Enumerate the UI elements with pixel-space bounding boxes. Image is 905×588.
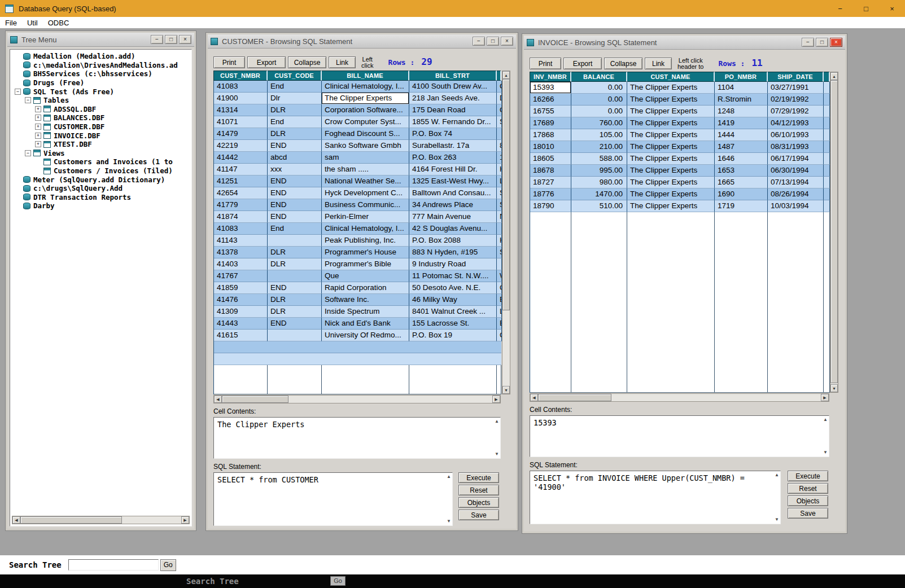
grid-cell[interactable]: C — [497, 81, 502, 93]
vertical-scrollbar[interactable]: ▲ ▼ — [830, 72, 838, 393]
tree-item[interactable]: Meter (SqlQuery.add Dictionary) — [11, 175, 191, 184]
collapse-icon[interactable]: − — [15, 89, 21, 95]
close-button[interactable]: × — [179, 35, 191, 44]
grid-cell[interactable]: 07/29/1992 — [768, 106, 824, 117]
grid-cell[interactable] — [824, 188, 830, 200]
grid-cell[interactable]: 1487 — [715, 141, 768, 153]
scroll-down-icon[interactable]: ▼ — [823, 450, 828, 455]
grid-cell[interactable]: abcd — [268, 152, 322, 164]
grid-cell[interactable]: 08/31/1993 — [768, 141, 824, 153]
vertical-scrollbar[interactable]: ▲ ▼ — [502, 71, 510, 394]
grid-cell[interactable]: 06/30/1994 — [768, 165, 824, 177]
menu-odbc[interactable]: ODBC — [43, 17, 75, 28]
grid-row[interactable]: 41147xxxthe sham .....4164 Forest Hill D… — [214, 164, 502, 175]
grid-row[interactable]: 41443ENDNick and Ed's Bank155 Lacrosse S… — [214, 318, 502, 330]
scroll-track[interactable] — [611, 394, 821, 401]
grid-cell[interactable]: E — [497, 294, 502, 306]
maximize-button[interactable]: □ — [816, 38, 828, 47]
grid-cell[interactable]: 50 Desoto Ave. N.E. — [409, 282, 497, 294]
grid-cell[interactable]: E — [497, 318, 502, 330]
expand-icon[interactable]: + — [35, 106, 41, 112]
grid-cell[interactable]: End — [268, 116, 322, 128]
grid-row[interactable]: 42654ENDHyck Development C...Balltown An… — [214, 187, 502, 199]
grid-cell[interactable]: Programmer's House — [322, 247, 409, 258]
sql-statement-box[interactable]: SELECT * from INVOICE WHERE Upper(CUST_N… — [530, 471, 781, 524]
grid-row[interactable]: 42219ENDSanko Software GmbhSurabellastr.… — [214, 140, 502, 152]
grid-cell[interactable]: Programmer's Bible — [322, 258, 409, 270]
grid-row[interactable]: 41767Que11 Potomac St. N.W....W — [214, 270, 502, 282]
grid-cell[interactable]: 175 Dean Road — [409, 104, 497, 116]
grid-cell[interactable]: 08/26/1994 — [768, 188, 824, 200]
scroll-up-icon[interactable]: ▲ — [775, 473, 779, 477]
grid-cell[interactable]: 15393 — [530, 82, 571, 94]
grid-cell[interactable] — [268, 270, 322, 282]
grid-row[interactable]: 153930.00The Clipper Experts110403/27/19… — [530, 82, 830, 94]
close-button[interactable]: × — [501, 37, 513, 46]
grid-cell[interactable]: 41479 — [214, 128, 268, 140]
grid-cell[interactable]: Business Communic... — [322, 199, 409, 211]
cell-contents-box[interactable]: 15393 ▲ ▼ — [530, 415, 829, 457]
objects-button[interactable]: Objects — [458, 497, 499, 508]
grid-cell[interactable]: 105.00 — [571, 129, 627, 141]
grid-cell[interactable]: END — [268, 318, 322, 330]
grid-cell[interactable]: 1419 — [715, 117, 768, 129]
grid-cell[interactable]: P.O. Box 263 — [409, 152, 497, 164]
grid-cell[interactable]: 41442 — [214, 152, 268, 164]
grid-cell[interactable]: Dlr — [268, 93, 322, 104]
grid-cell[interactable]: 1646 — [715, 153, 768, 165]
tree-item[interactable]: +ADSSQL.DBF — [11, 105, 191, 114]
grid-cell[interactable]: END — [268, 282, 322, 294]
tree-item[interactable]: +XTEST.DBF — [11, 140, 191, 149]
grid-cell[interactable]: Surabellastr. 17a — [409, 140, 497, 152]
close-button[interactable]: × — [830, 38, 842, 47]
grid-cell[interactable]: 883 N Hyden, #195 — [409, 247, 497, 258]
tree-item[interactable]: −SQL Test (Ads Free) — [11, 87, 191, 96]
grid-cell[interactable]: Balltown And Consau... — [409, 187, 497, 199]
menu-util[interactable]: Util — [22, 17, 43, 28]
scroll-right-button[interactable]: ▶ — [181, 516, 189, 524]
grid-cell[interactable]: 995.00 — [571, 165, 627, 177]
grid-cell[interactable]: 41143 — [214, 235, 268, 247]
grid-cell[interactable] — [824, 106, 830, 117]
grid-row[interactable]: 41309DLRInside Spectrum8401 Walnut Creek… — [214, 306, 502, 318]
scroll-thumb[interactable] — [222, 396, 288, 403]
grid-cell[interactable]: The Clipper Experts — [627, 165, 715, 177]
grid-cell[interactable]: 1653 — [715, 165, 768, 177]
grid-cell[interactable]: 17689 — [530, 117, 571, 129]
tree-item[interactable]: c:\drugs\SqlQuery.Add — [11, 184, 191, 193]
maximize-button[interactable]: □ — [165, 35, 177, 44]
grid-cell[interactable]: L — [497, 306, 502, 318]
column-header[interactable]: CUST_NMBR — [214, 71, 268, 81]
grid-cell[interactable]: 41083 — [214, 81, 268, 93]
grid-cell[interactable]: 16755 — [530, 106, 571, 117]
grid-row[interactable]: 18010210.00The Clipper Experts148708/31/… — [530, 141, 830, 153]
grid-row[interactable]: 41615University Of Redmo...P.O. Box 19C — [214, 330, 502, 341]
grid-cell[interactable] — [824, 141, 830, 153]
grid-cell[interactable]: DLR — [268, 128, 322, 140]
expand-icon[interactable]: + — [35, 133, 41, 139]
grid-row[interactable]: 41143Peak Publishing, Inc.P.O. Box 2088H — [214, 235, 502, 247]
tree-item[interactable]: Drugs (Free) — [11, 78, 191, 87]
scroll-thumb[interactable] — [830, 80, 838, 383]
column-header[interactable]: CUST_NAME — [627, 72, 715, 82]
grid-cell[interactable]: 41859 — [214, 282, 268, 294]
grid-row[interactable]: 41874ENDPerkin-Elmer777 Main AvenueN — [214, 211, 502, 223]
execute-button[interactable]: Execute — [788, 471, 828, 481]
search-tree-input[interactable] — [68, 559, 159, 571]
grid-cell[interactable]: S — [497, 199, 502, 211]
grid-cell[interactable]: 0.00 — [571, 106, 627, 117]
grid-cell[interactable]: P.O. Box 2088 — [409, 235, 497, 247]
grid-row[interactable]: 41378DLRProgrammer's House883 N Hyden, #… — [214, 247, 502, 258]
scroll-down-button[interactable]: ▼ — [502, 386, 510, 394]
minimize-button[interactable]: − — [827, 0, 853, 17]
export-button[interactable]: Export — [563, 58, 602, 69]
scroll-track[interactable] — [122, 516, 181, 524]
grid-cell[interactable]: 210.00 — [571, 141, 627, 153]
scroll-up-button[interactable]: ▲ — [830, 72, 838, 80]
grid-cell[interactable]: 1719 — [715, 200, 768, 212]
scroll-up-icon[interactable]: ▲ — [823, 418, 828, 422]
scroll-up-icon[interactable]: ▲ — [447, 475, 451, 479]
tree-window-titlebar[interactable]: Tree Menu − □ × — [7, 33, 194, 47]
grid-row[interactable]: 17868105.00The Clipper Experts144406/10/… — [530, 129, 830, 141]
grid-cell[interactable]: DLR — [268, 306, 322, 318]
